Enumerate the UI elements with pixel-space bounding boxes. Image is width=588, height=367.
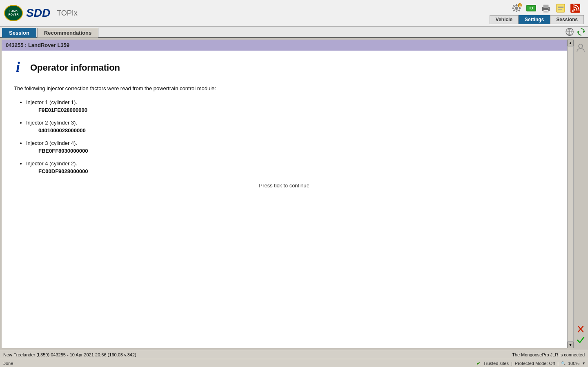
globe-icon-button[interactable] [565,27,575,36]
status-left-text: New Freelander (L359) 043255 - 10 Apr 20… [3,352,512,357]
svg-text:ID: ID [530,6,534,10]
id-card-icon: ID [526,3,537,13]
print-button[interactable] [539,2,552,14]
vehicle-tab[interactable]: Vehicle [490,15,519,24]
refresh-icon [577,27,586,36]
status-bar: New Freelander (L359) 043255 - 10 Apr 20… [0,350,588,359]
settings-tab[interactable]: Settings [519,15,550,24]
injector-2-label: Injector 2 (cylinder 3). [26,120,77,126]
injector-3-label: Injector 3 (cylinder 4). [26,140,77,146]
logo-text: LANDROVER [9,10,19,16]
info-icon: i [14,59,26,76]
injector-4-label: Injector 4 (cylinder 2). [26,160,77,167]
svg-text:⚙: ⚙ [519,4,521,8]
svg-rect-16 [543,5,548,8]
scrollbar-area: ▲ ▼ [567,40,574,348]
trusted-sites-icon: ✔ [477,360,481,366]
svg-point-0 [515,7,518,10]
injector-2-code: 0401000028000000 [38,127,555,133]
svg-rect-24 [558,9,562,10]
notes-button[interactable] [554,2,567,14]
notes-icon [555,3,566,13]
injector-1-code: F9E01FE028000000 [38,107,555,113]
svg-marker-31 [583,30,584,33]
browser-done-label: Done [2,361,477,366]
scroll-track [567,46,574,342]
svg-rect-5 [519,8,521,9]
rss-icon [570,3,581,13]
svg-rect-4 [512,8,514,9]
cancel-icon [576,324,585,334]
confirm-icon [576,335,585,345]
content-description: The following injector correction factor… [14,85,555,93]
rss-button[interactable] [569,2,582,14]
operator-information-title: Operator information [30,62,120,73]
land-rover-logo: LANDROVER [4,5,23,21]
svg-text:i: i [16,59,20,73]
svg-rect-21 [557,4,565,12]
session-tab[interactable]: Session [2,28,36,38]
trusted-sites-label: Trusted sites [483,361,509,366]
id-card-button[interactable]: ID [525,2,538,14]
separator-1: | [511,361,512,366]
svg-point-34 [579,44,583,48]
injector-3-code: FBE0FF8030000000 [38,148,555,154]
scroll-down-button[interactable]: ▼ [567,342,574,348]
person-icon [576,43,585,53]
zoom-arrow-icon: ▼ [582,361,586,365]
zoom-down-icon: 🔍 [561,361,566,365]
refresh-icon-button[interactable] [576,27,586,36]
toolbar-nav-tabs: Vehicle Settings Sessions [490,15,584,24]
svg-rect-3 [516,11,517,12]
content-body: i Operator information The following inj… [2,51,567,348]
right-action-panel [575,40,586,348]
sessions-tab[interactable]: Sessions [550,15,584,24]
list-item: Injector 2 (cylinder 3). 040100002800000… [26,120,555,133]
recommendations-tab[interactable]: Recommendations [37,28,98,38]
injector-4-code: FC00DF9028000000 [38,168,555,174]
content-header: 043255 : LandRover L359 [2,40,567,51]
svg-rect-2 [516,4,517,6]
gear-settings-button[interactable]: ⚙ [510,2,523,14]
svg-marker-32 [578,30,579,33]
toolbar-icon-row: ⚙ ID [508,0,584,14]
browser-bar: Done ✔ Trusted sites | Protected Mode: O… [0,359,588,367]
toolbar: LANDROVER SDD TOPIx [0,0,588,27]
tab-bar: Session Recommendations [0,27,588,38]
zoom-level-label: 100% [568,361,579,366]
status-right-text: The MongoosePro JLR is connected [512,352,585,357]
injector-list: Injector 1 (cylinder 1). F9E01FE02800000… [26,99,555,174]
gear-icon: ⚙ [511,3,522,13]
browser-status-right: ✔ Trusted sites | Protected Mode: Off | … [477,360,586,366]
svg-rect-22 [558,6,564,7]
cancel-button[interactable] [576,324,585,334]
content-panel: 043255 : LandRover L359 i Operator infor… [2,40,567,348]
sdd-label: SDD [26,7,50,20]
svg-point-20 [548,8,549,9]
injector-1-label: Injector 1 (cylinder 1). [26,99,77,105]
svg-rect-9 [519,10,520,11]
svg-rect-19 [544,11,548,12]
print-icon [540,3,552,13]
press-tick-label: Press tick to continue [14,182,555,189]
person-icon-button[interactable] [576,43,585,55]
list-item: Injector 3 (cylinder 4). FBE0FF803000000… [26,140,555,154]
list-item: Injector 1 (cylinder 1). F9E01FE02800000… [26,99,555,113]
operator-title: i Operator information [14,59,555,76]
main-area: 043255 : LandRover L359 i Operator infor… [0,38,588,350]
confirm-button[interactable] [576,334,585,345]
protected-mode-label: Protected Mode: Off [515,361,555,366]
toolbar-icons: ⚙ ID [490,0,584,24]
separator-2: | [557,361,559,366]
svg-rect-18 [544,11,548,11]
logo-area: LANDROVER SDD TOPIx [4,5,78,21]
globe-icon [565,27,574,36]
tab-refresh-icons [565,27,586,36]
svg-rect-23 [558,7,564,8]
scroll-up-button[interactable]: ▲ [567,40,574,46]
topix-label: TOPIx [57,9,78,18]
list-item: Injector 4 (cylinder 2). FC00DF902800000… [26,160,555,174]
svg-point-26 [572,10,574,12]
